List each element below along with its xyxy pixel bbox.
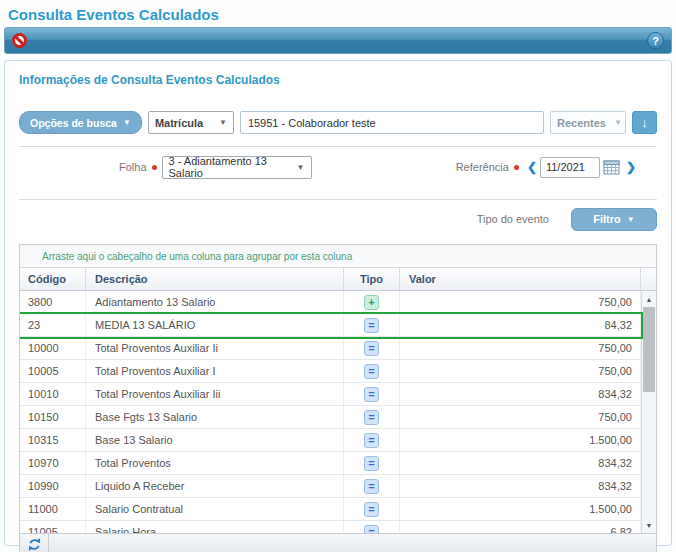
cell-descricao: Base Fgts 13 Salario	[86, 406, 344, 428]
select-arrow-icon: ▼	[211, 118, 227, 127]
toolbar: ?	[4, 27, 672, 54]
previous-period-chevron-icon[interactable]: ❮	[524, 160, 540, 174]
cell-valor: 834,32	[400, 383, 641, 405]
grid-group-hint[interactable]: Arraste aqui o cabeçalho de uma coluna p…	[20, 245, 656, 268]
help-icon[interactable]: ?	[647, 32, 664, 49]
cell-valor: 750,00	[400, 360, 641, 382]
tipo-icon[interactable]: =	[364, 456, 379, 471]
table-row[interactable]: 10315 Base 13 Salario = 1.500,00	[20, 429, 641, 452]
folha-value: 3 - Adiantamento 13 Salario	[169, 155, 289, 179]
down-arrow-icon: ↓	[641, 115, 648, 130]
recents-label: Recentes	[557, 117, 606, 129]
table-row[interactable]: 23 MEDIA 13 SALÁRIO = 84,32	[20, 314, 641, 337]
cell-tipo: =	[344, 498, 400, 520]
cell-descricao: Salario Hora	[86, 521, 344, 533]
calendar-icon[interactable]	[603, 159, 620, 175]
scrollbar-thumb[interactable]	[643, 307, 655, 392]
search-query-input[interactable]	[240, 111, 544, 134]
select-arrow-icon: ▼	[289, 163, 305, 172]
cell-valor: 834,32	[400, 452, 641, 474]
main-panel: Informações de Consulta Eventos Calculad…	[4, 60, 672, 546]
column-header-descricao[interactable]: Descrição	[86, 268, 344, 290]
grid-footer	[20, 533, 656, 552]
column-header-tipo[interactable]: Tipo	[344, 268, 400, 290]
cell-valor: 84,32	[400, 314, 641, 336]
tipo-icon[interactable]: =	[364, 318, 379, 333]
tipo-icon[interactable]: =	[364, 433, 379, 448]
tipo-icon[interactable]: =	[364, 387, 379, 402]
table-row[interactable]: 10010 Total Proventos Auxiliar Iii = 834…	[20, 383, 641, 406]
table-row[interactable]: 11005 Salario Hora = 6,82	[20, 521, 641, 533]
required-dot-icon	[514, 165, 519, 170]
table-row[interactable]: 10970 Total Proventos = 834,32	[20, 452, 641, 475]
tipo-icon[interactable]: =	[364, 525, 379, 534]
scroll-up-icon[interactable]: ▲	[642, 292, 656, 306]
search-field-select[interactable]: Matrícula ▼	[148, 111, 234, 134]
dropdown-arrow-icon: ▼	[123, 118, 131, 127]
tipo-evento-label: Tipo do evento	[477, 213, 549, 225]
table-row[interactable]: 10000 Total Proventos Auxiliar Ii = 750,…	[20, 337, 641, 360]
section-title: Informações de Consulta Eventos Calculad…	[19, 73, 657, 87]
cell-valor: 834,32	[400, 475, 641, 497]
referencia-input[interactable]	[540, 157, 600, 178]
cell-descricao: Adiantamento 13 Salario	[86, 291, 344, 313]
cell-tipo: =	[344, 452, 400, 474]
column-header-codigo[interactable]: Código	[20, 268, 86, 290]
cell-descricao: Liquido A Receber	[86, 475, 344, 497]
cell-descricao: Total Proventos	[86, 452, 344, 474]
cell-codigo: 11005	[20, 521, 86, 533]
scroll-down-icon[interactable]: ▼	[642, 518, 656, 532]
tipo-icon[interactable]: =	[364, 410, 379, 425]
recents-select[interactable]: Recentes ▼	[550, 111, 626, 134]
cell-tipo: =	[344, 429, 400, 451]
search-options-label: Opções de busca	[30, 117, 117, 129]
vertical-scrollbar[interactable]: ▲ ▼	[641, 291, 656, 533]
search-row: Opções de busca ▼ Matrícula ▼ Recentes ▼…	[19, 111, 657, 134]
search-options-button[interactable]: Opções de busca ▼	[19, 111, 142, 134]
cell-tipo: =	[344, 383, 400, 405]
cell-codigo: 10970	[20, 452, 86, 474]
cell-valor: 750,00	[400, 291, 641, 313]
table-row[interactable]: 10150 Base Fgts 13 Salario = 750,00	[20, 406, 641, 429]
cell-descricao: Total Proventos Auxiliar Ii	[86, 337, 344, 359]
refresh-icon	[27, 537, 42, 552]
cancel-prohibition-icon[interactable]	[12, 33, 27, 48]
tipo-icon[interactable]: =	[364, 479, 379, 494]
cell-descricao: Salario Contratual	[86, 498, 344, 520]
column-header-valor[interactable]: Valor	[400, 268, 641, 290]
cell-codigo: 10315	[20, 429, 86, 451]
cell-tipo: =	[344, 521, 400, 533]
folha-select[interactable]: 3 - Adiantamento 13 Salario ▼	[162, 156, 312, 179]
events-grid: Arraste aqui o cabeçalho de uma coluna p…	[19, 244, 657, 552]
dropdown-arrow-icon: ▼	[627, 215, 635, 224]
tipo-icon[interactable]: =	[364, 502, 379, 517]
cell-codigo: 10000	[20, 337, 86, 359]
refresh-button[interactable]	[20, 534, 49, 552]
tipo-icon[interactable]: =	[364, 341, 379, 356]
cell-tipo: =	[344, 360, 400, 382]
cell-descricao: Total Proventos Auxiliar I	[86, 360, 344, 382]
tipo-icon[interactable]: =	[364, 364, 379, 379]
cell-valor: 1.500,00	[400, 429, 641, 451]
cell-descricao: Total Proventos Auxiliar Iii	[86, 383, 344, 405]
referencia-label: Referência	[456, 161, 509, 173]
table-row[interactable]: 10005 Total Proventos Auxiliar I = 750,0…	[20, 360, 641, 383]
tipo-icon[interactable]: +	[364, 295, 379, 310]
tipo-evento-row: Tipo do evento Filtro ▼	[19, 200, 657, 238]
grid-header-row: Código Descrição Tipo Valor	[20, 268, 656, 291]
cell-tipo: +	[344, 291, 400, 313]
table-row[interactable]: 3800 Adiantamento 13 Salario + 750,00	[20, 291, 641, 314]
required-dot-icon	[152, 165, 157, 170]
next-period-chevron-icon[interactable]: ❯	[623, 160, 639, 174]
header-scrollbar-stub	[641, 268, 656, 290]
cell-valor: 750,00	[400, 337, 641, 359]
filtro-button[interactable]: Filtro ▼	[571, 208, 657, 231]
search-go-button[interactable]: ↓	[632, 111, 657, 134]
referencia-group: Referência ❮ ❯	[456, 157, 639, 178]
table-row[interactable]: 11000 Salario Contratual = 1.500,00	[20, 498, 641, 521]
cell-tipo: =	[344, 337, 400, 359]
select-arrow-icon: ▼	[606, 118, 622, 127]
page-title: Consulta Eventos Calculados	[0, 0, 676, 27]
cell-codigo: 11000	[20, 498, 86, 520]
table-row[interactable]: 10990 Liquido A Receber = 834,32	[20, 475, 641, 498]
